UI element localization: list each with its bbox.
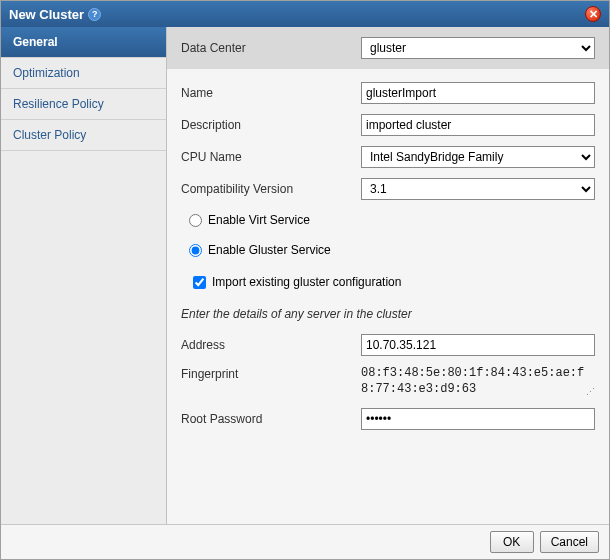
resize-grip-icon[interactable]: ⋰ — [586, 387, 595, 399]
ok-button[interactable]: OK — [490, 531, 534, 553]
fingerprint-text: 08:f3:48:5e:80:1f:84:43:e5:ae:f8:77:43:e… — [361, 366, 584, 396]
help-icon[interactable]: ? — [88, 8, 101, 21]
tab-cluster-policy[interactable]: Cluster Policy — [1, 120, 166, 151]
radio-enable-virt[interactable] — [189, 214, 202, 227]
radio-enable-gluster[interactable] — [189, 244, 202, 257]
sidebar: General Optimization Resilience Policy C… — [1, 27, 167, 524]
tab-optimization[interactable]: Optimization — [1, 58, 166, 89]
row-cpu-name: CPU Name Intel SandyBridge Family — [179, 145, 595, 169]
dialog-body: General Optimization Resilience Policy C… — [1, 27, 609, 524]
row-fingerprint: Fingerprint 08:f3:48:5e:80:1f:84:43:e5:a… — [179, 365, 595, 397]
select-data-center[interactable]: gluster — [361, 37, 595, 59]
row-enable-gluster: Enable Gluster Service — [179, 239, 595, 261]
select-cpu-name[interactable]: Intel SandyBridge Family — [361, 146, 595, 168]
label-root-password: Root Password — [179, 412, 361, 426]
row-import-existing: Import existing gluster configuration — [179, 271, 595, 293]
tab-label: Resilience Policy — [13, 97, 104, 111]
row-description: Description — [179, 113, 595, 137]
label-cpu-name: CPU Name — [179, 150, 361, 164]
value-fingerprint: 08:f3:48:5e:80:1f:84:43:e5:ae:f8:77:43:e… — [361, 365, 595, 397]
row-data-center: Data Center gluster — [167, 27, 609, 69]
label-name: Name — [179, 86, 361, 100]
titlebar: New Cluster ? ✕ — [1, 1, 609, 27]
input-name[interactable] — [361, 82, 595, 104]
row-address: Address — [179, 333, 595, 357]
input-address[interactable] — [361, 334, 595, 356]
label-fingerprint: Fingerprint — [179, 365, 361, 381]
dialog-title: New Cluster — [9, 7, 84, 22]
label-data-center: Data Center — [179, 41, 361, 55]
row-compat-version: Compatibility Version 3.1 — [179, 177, 595, 201]
label-compat-version: Compatibility Version — [179, 182, 361, 196]
panel-general: Data Center gluster Name Description CPU… — [167, 27, 609, 524]
tab-label: General — [13, 35, 58, 49]
tab-label: Optimization — [13, 66, 80, 80]
tab-resilience-policy[interactable]: Resilience Policy — [1, 89, 166, 120]
tab-label: Cluster Policy — [13, 128, 86, 142]
tab-general[interactable]: General — [1, 27, 166, 58]
input-description[interactable] — [361, 114, 595, 136]
close-icon[interactable]: ✕ — [585, 6, 601, 22]
dialog-footer: OK Cancel — [1, 524, 609, 559]
checkbox-import-existing[interactable] — [193, 276, 206, 289]
row-root-password: Root Password — [179, 407, 595, 431]
label-description: Description — [179, 118, 361, 132]
label-address: Address — [179, 338, 361, 352]
row-enable-virt: Enable Virt Service — [179, 209, 595, 231]
label-enable-virt: Enable Virt Service — [208, 213, 310, 227]
hint-text: Enter the details of any server in the c… — [181, 307, 595, 321]
select-compat-version[interactable]: 3.1 — [361, 178, 595, 200]
label-import-existing: Import existing gluster configuration — [212, 275, 401, 289]
cancel-button[interactable]: Cancel — [540, 531, 599, 553]
label-enable-gluster: Enable Gluster Service — [208, 243, 331, 257]
input-root-password[interactable] — [361, 408, 595, 430]
new-cluster-dialog: New Cluster ? ✕ General Optimization Res… — [0, 0, 610, 560]
row-name: Name — [179, 81, 595, 105]
